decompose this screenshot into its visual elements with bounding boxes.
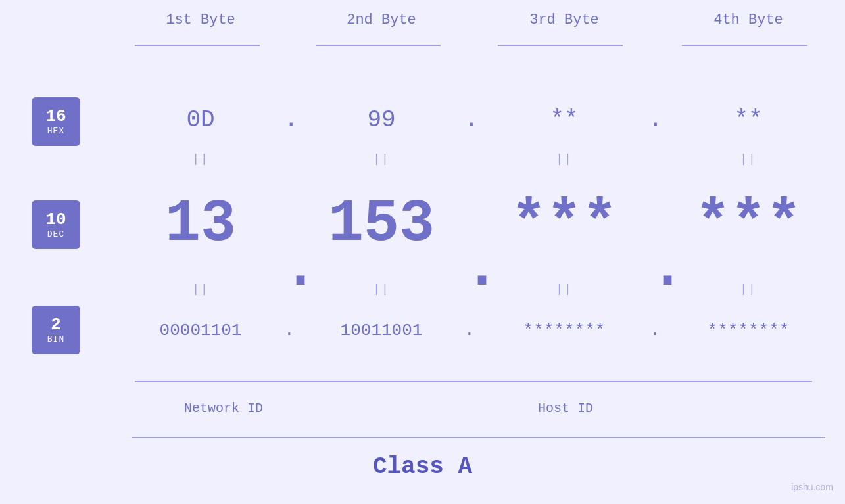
watermark: ipshu.com xyxy=(791,482,833,492)
hex-val-4: ** xyxy=(734,106,762,133)
bin-val-3: ******** xyxy=(523,321,606,340)
dec-badge-num: 10 xyxy=(45,210,66,229)
top-bracket-3 xyxy=(498,45,623,46)
hex-badge: 16 HEX xyxy=(32,97,80,146)
bin-val-2: 10011001 xyxy=(341,321,423,340)
dec-dot-3: . xyxy=(650,235,685,302)
bin-val-1: 00001101 xyxy=(160,321,242,340)
dec-dot-1: . xyxy=(283,235,318,302)
dec-val-3: *** xyxy=(511,191,617,258)
eq-1-db: || xyxy=(192,283,209,296)
hex-dot-2: . xyxy=(464,106,479,133)
dec-val-4: *** xyxy=(695,191,802,258)
bin-badge-num: 2 xyxy=(51,315,61,334)
bin-dot-1: . xyxy=(284,321,295,340)
dec-val-2: 153 xyxy=(328,191,435,258)
main-layout: 1st Byte 2nd Byte 3rd Byte 4th Byte 16 H… xyxy=(0,0,845,504)
top-bracket-4 xyxy=(682,45,807,46)
hex-val-2: 99 xyxy=(367,106,395,133)
eq-1-hd: || xyxy=(192,152,209,166)
top-bracket-1 xyxy=(135,45,260,46)
header-byte-3: 3rd Byte xyxy=(529,12,599,28)
hex-val-3: ** xyxy=(550,106,578,133)
host-id-label: Host ID xyxy=(538,401,593,416)
eq-4-hd: || xyxy=(740,152,757,166)
bin-dot-2: . xyxy=(464,321,475,340)
dec-badge-label: DEC xyxy=(47,229,64,239)
class-bracket xyxy=(132,437,825,438)
eq-2-db: || xyxy=(373,283,390,296)
header-byte-1: 1st Byte xyxy=(166,12,235,28)
hex-badge-label: HEX xyxy=(47,126,64,136)
hex-dot-1: . xyxy=(284,106,299,133)
host-bracket-right xyxy=(312,381,812,382)
bin-dot-3: . xyxy=(650,321,660,340)
bin-val-4: ******** xyxy=(708,321,790,340)
bin-badge: 2 BIN xyxy=(32,306,80,354)
dec-val-1: 13 xyxy=(165,191,236,258)
dec-badge: 10 DEC xyxy=(32,200,80,249)
eq-3-hd: || xyxy=(556,152,573,166)
hex-dot-3: . xyxy=(648,106,663,133)
network-bracket-left xyxy=(135,381,312,382)
header-byte-2: 2nd Byte xyxy=(347,12,416,28)
header-byte-4: 4th Byte xyxy=(713,12,783,28)
dec-dot-2: . xyxy=(464,235,500,302)
eq-4-db: || xyxy=(740,283,757,296)
eq-3-db: || xyxy=(556,283,573,296)
eq-2-hd: || xyxy=(373,152,390,166)
network-id-label: Network ID xyxy=(184,401,263,416)
class-label: Class A xyxy=(373,453,472,480)
hex-val-1: 0D xyxy=(186,106,214,133)
hex-badge-num: 16 xyxy=(45,107,66,126)
top-bracket-2 xyxy=(316,45,441,46)
bin-badge-label: BIN xyxy=(47,334,64,344)
